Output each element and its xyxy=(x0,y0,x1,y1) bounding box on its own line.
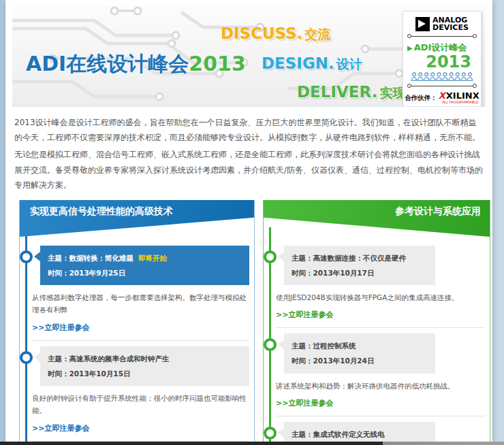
session-description: 使用JESD204B实现转换器与FPGA之间的集成高速连接。 xyxy=(276,291,484,303)
session-card: 主题：高速数据连接：不仅仅是硬件 时间：2013年10月17日 xyxy=(284,246,435,285)
intro-paragraph-2: 无论您是模拟工程师、混合信号工程师、嵌入式系统工程师，还是全能工程师，此系列深度… xyxy=(14,147,484,193)
slogan-discuss: DISCUSS.交流 xyxy=(221,24,331,44)
separator xyxy=(32,340,249,341)
summit-label: ADI设计峰会 xyxy=(414,42,467,52)
slogan-design: DESIGN.设计 xyxy=(262,54,362,73)
session-columns: 实现更高信号处理性能的高级技术 主题：数据转换：简化难题即将开始 时间：2013… xyxy=(19,200,490,445)
wire-divider xyxy=(408,86,476,86)
session-description: 讲述系统架构和趋势；解决环路供电器件的低功耗挑战。 xyxy=(276,380,484,392)
xilinx-x-icon: X xyxy=(439,91,445,100)
session-time: 2013年10月15日 xyxy=(69,369,131,378)
separator xyxy=(276,327,485,328)
analog-devices-logo: ANALOG DEVICES xyxy=(407,16,477,31)
session-time: 2013年10月24日 xyxy=(313,357,374,365)
session-topic: 过程控制系统 xyxy=(313,342,356,350)
slogan-design-zh: 设计 xyxy=(336,56,362,71)
topic-label: 主题： xyxy=(292,430,313,438)
session-list: 主题：数据转换：简化难题即将开始 时间：2013年9月25日 从传感器到数字处理… xyxy=(20,237,254,445)
column-advanced-tech: 实现更高信号处理性能的高级技术 主题：数据转换：简化难题即将开始 时间：2013… xyxy=(19,200,255,445)
topic-label: 主题： xyxy=(292,254,313,262)
session-card: 主题：过程控制系统 时间：2013年10月24日 xyxy=(284,333,435,373)
session-topic: 高速系统的频率合成和时钟产生 xyxy=(69,355,170,363)
timeline-dot-icon xyxy=(264,338,277,351)
time-label: 时间： xyxy=(48,369,69,378)
register-link[interactable]: >>立即注册参会 xyxy=(32,323,89,333)
session-item: 主题：数据转换：简化难题即将开始 时间：2013年9月25日 从传感器到数字处理… xyxy=(32,246,249,341)
page-title-year: 2013 xyxy=(189,52,246,76)
register-link[interactable]: >>立即注册参会 xyxy=(276,398,333,408)
topic-label: 主题： xyxy=(48,355,69,363)
session-item: 主题：高速系统的频率合成和时钟产生 时间：2013年10月15日 良好的时钟设计… xyxy=(32,346,249,442)
session-card: 主题：高速系统的频率合成和时钟产生 时间：2013年10月15日 xyxy=(40,346,249,386)
session-item: 主题：过程控制系统 时间：2013年10月24日 讲述系统架构和趋势；解决环路供… xyxy=(276,333,485,416)
session-description: 良好的时钟设计有助于提升系统性能；很小的时序问题也可能影响性能。 xyxy=(32,392,248,417)
adi-brand-line2: DEVICES xyxy=(432,23,469,32)
event-logo-card: ANALOG DEVICES ▶ADI设计峰会 2013 合作伙伴： XXILI… xyxy=(403,11,482,107)
slogan-discuss-en: DISCUSS. xyxy=(221,24,303,42)
topic-label: 主题： xyxy=(292,342,313,350)
intro-text: 2013设计峰会是设计工程师的盛会，旨在帮助您在一个日益复杂、压力巨大的世界里简… xyxy=(14,115,484,195)
timeline-dot-icon xyxy=(20,250,33,263)
session-topic: 集成式软件定义无线电 xyxy=(313,430,384,438)
page: ADI在线设计峰会2013 DISCUSS.交流 DESIGN.设计 DELIV… xyxy=(5,0,492,445)
session-item: 主题：高速数据连接：不仅仅是硬件 时间：2013年10月17日 使用JESD20… xyxy=(276,246,485,328)
xilinx-name: XILINX xyxy=(446,91,479,100)
timeline-dot-icon xyxy=(20,351,33,364)
session-description: 从传感器到数字处理器，每一步都需要选择架构。数字处理与模拟处理各有利弊 xyxy=(32,291,248,316)
wire-divider xyxy=(408,36,476,37)
session-time: 2013年10月17日 xyxy=(313,269,374,277)
xilinx-logo: XXILINX ALL PROGRAMMABLE. xyxy=(439,91,479,104)
page-title-main: ADI在线设计峰会 xyxy=(26,52,189,76)
starting-soon-badge: 即将开始 xyxy=(138,254,167,262)
column-reference-design: 参考设计与系统应用 主题：高速数据连接：不仅仅是硬件 时间：2013年10月17… xyxy=(263,200,490,445)
intro-paragraph-1: 2013设计峰会是设计工程师的盛会，旨在帮助您在一个日益复杂、压力巨大的世界里简… xyxy=(14,115,484,145)
banner: ADI在线设计峰会2013 DISCUSS.交流 DESIGN.设计 DELIV… xyxy=(12,5,486,107)
timeline-dot-icon xyxy=(264,250,277,263)
column-header: 实现更高信号处理性能的高级技术 xyxy=(20,200,254,237)
summit-year: 2013 xyxy=(407,54,477,71)
register-link[interactable]: >>立即注册参会 xyxy=(276,310,333,320)
time-label: 时间： xyxy=(292,357,313,365)
summit-arrow-icon: ▶ xyxy=(407,44,413,52)
session-topic: 高速数据连接：不仅仅是硬件 xyxy=(313,254,406,262)
timeline-dot-icon xyxy=(264,427,277,440)
time-label: 时间： xyxy=(48,269,69,277)
xilinx-tagline: ALL PROGRAMMABLE. xyxy=(442,101,479,104)
partner-label: 合作伙伴： xyxy=(405,94,437,104)
session-card: 主题：数据转换：简化难题即将开始 时间：2013年9月25日 xyxy=(40,246,249,285)
slogan-design-en: DESIGN. xyxy=(262,54,334,72)
column-header: 参考设计与系统应用 xyxy=(264,200,490,237)
window-bottom-edge xyxy=(0,442,504,445)
session-time: 2013年9月25日 xyxy=(69,269,126,277)
register-link[interactable]: >>立即注册参会 xyxy=(32,423,89,433)
session-topic: 数据转换：简化难题 xyxy=(69,254,134,262)
time-label: 时间： xyxy=(292,269,313,277)
audience-people-icon xyxy=(411,72,473,81)
adi-triangle-icon xyxy=(415,17,430,31)
slogan-deliver-zh: 实现 xyxy=(379,85,405,100)
topic-label: 主题： xyxy=(48,254,69,262)
slogan-deliver-en: DELIVER. xyxy=(297,83,377,101)
page-title: ADI在线设计峰会2013 xyxy=(26,50,246,78)
session-list: 主题：高速数据连接：不仅仅是硬件 时间：2013年10月17日 使用JESD20… xyxy=(264,237,490,445)
slogan-discuss-zh: 交流 xyxy=(305,27,331,42)
slogan-deliver: DELIVER.实现 xyxy=(297,83,405,102)
separator xyxy=(276,416,485,416)
